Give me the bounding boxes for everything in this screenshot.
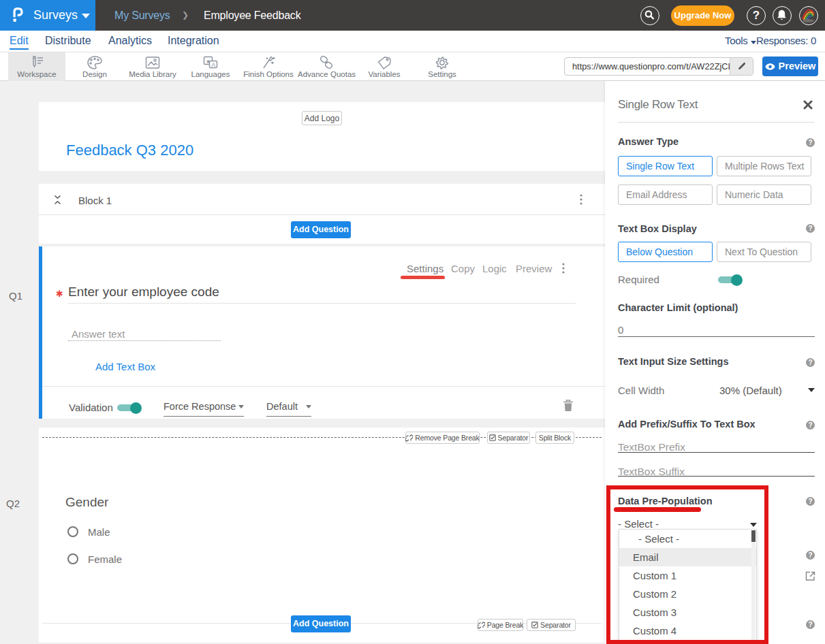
svg-text:A: A bbox=[212, 61, 216, 68]
svg-text:★: ★ bbox=[206, 59, 211, 65]
